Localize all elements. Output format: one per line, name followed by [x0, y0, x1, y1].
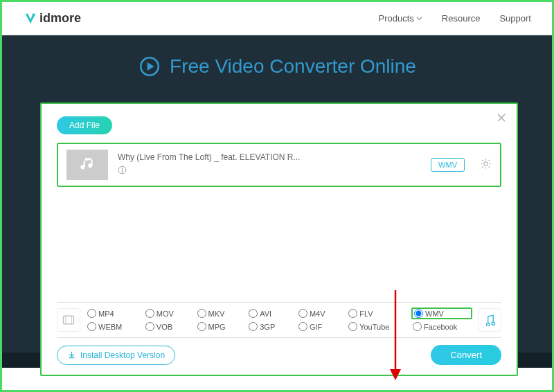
- convert-button[interactable]: Convert: [431, 345, 501, 365]
- svg-rect-6: [64, 316, 74, 324]
- audio-tab-icon[interactable]: [478, 308, 501, 332]
- converter-modal: Add File Why (Live From The Loft) _ feat…: [40, 103, 518, 376]
- brand-logo[interactable]: idmore: [23, 11, 81, 26]
- file-row: Why (Live From The Loft) _ feat. ELEVATI…: [57, 143, 501, 187]
- file-thumbnail: [66, 150, 108, 180]
- svg-point-0: [33, 13, 35, 16]
- format-option-3gp[interactable]: 3GP: [249, 322, 289, 331]
- nav-products[interactable]: Products: [379, 13, 422, 24]
- format-option-gif[interactable]: GIF: [298, 322, 339, 331]
- info-icon[interactable]: [118, 165, 421, 177]
- format-option-mov[interactable]: MOV: [145, 309, 188, 318]
- top-nav: Products Resource Support: [379, 13, 532, 24]
- play-circle-icon: [138, 55, 161, 78]
- download-icon: [67, 350, 76, 359]
- svg-rect-4: [122, 170, 123, 172]
- add-file-button[interactable]: Add File: [57, 116, 112, 134]
- format-option-webm[interactable]: WEBM: [87, 322, 136, 331]
- format-option-vob[interactable]: VOB: [145, 322, 188, 331]
- app-header: idmore Products Resource Support: [2, 2, 552, 35]
- format-option-mpg[interactable]: MPG: [197, 322, 240, 331]
- format-option-mkv[interactable]: MKV: [197, 309, 240, 318]
- svg-point-3: [122, 168, 123, 169]
- nav-resource[interactable]: Resource: [442, 13, 481, 24]
- format-option-m4v[interactable]: M4V: [298, 309, 339, 318]
- nav-support[interactable]: Support: [499, 13, 531, 24]
- modal-footer: Install Desktop Version Convert: [57, 345, 501, 365]
- format-option-wmv[interactable]: WMV: [411, 308, 472, 319]
- format-option-avi[interactable]: AVI: [249, 309, 289, 318]
- format-badge[interactable]: WMV: [431, 158, 465, 172]
- gear-icon[interactable]: [480, 158, 492, 172]
- brand-text: idmore: [39, 11, 81, 26]
- format-option-mp4[interactable]: MP4: [87, 309, 136, 318]
- format-option-facebook[interactable]: Facebook: [413, 322, 471, 331]
- page-title: Free Video Converter Online: [138, 55, 416, 78]
- annotation-arrow: [388, 287, 403, 384]
- format-selector: MP4MOVMKVAVIM4VFLVWMVWEBMVOBMPG3GPGIFYou…: [57, 302, 501, 338]
- install-desktop-button[interactable]: Install Desktop Version: [57, 346, 175, 365]
- video-tab-icon[interactable]: [57, 308, 80, 332]
- close-icon[interactable]: [496, 112, 507, 126]
- music-note-icon: [78, 156, 96, 174]
- logo-icon: [23, 11, 38, 26]
- chevron-down-icon: [416, 15, 422, 21]
- file-name: Why (Live From The Loft) _ feat. ELEVATI…: [118, 152, 421, 162]
- file-meta: Why (Live From The Loft) _ feat. ELEVATI…: [118, 152, 421, 177]
